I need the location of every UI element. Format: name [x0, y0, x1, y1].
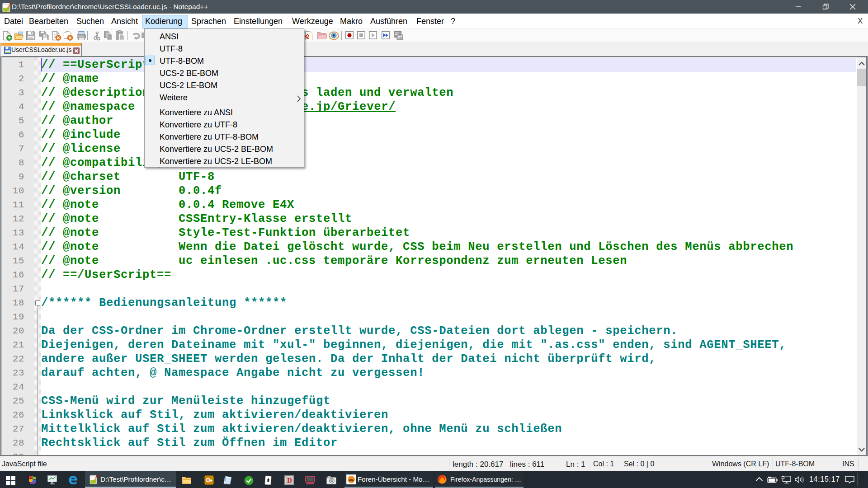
- svg-text:D: D: [287, 477, 292, 484]
